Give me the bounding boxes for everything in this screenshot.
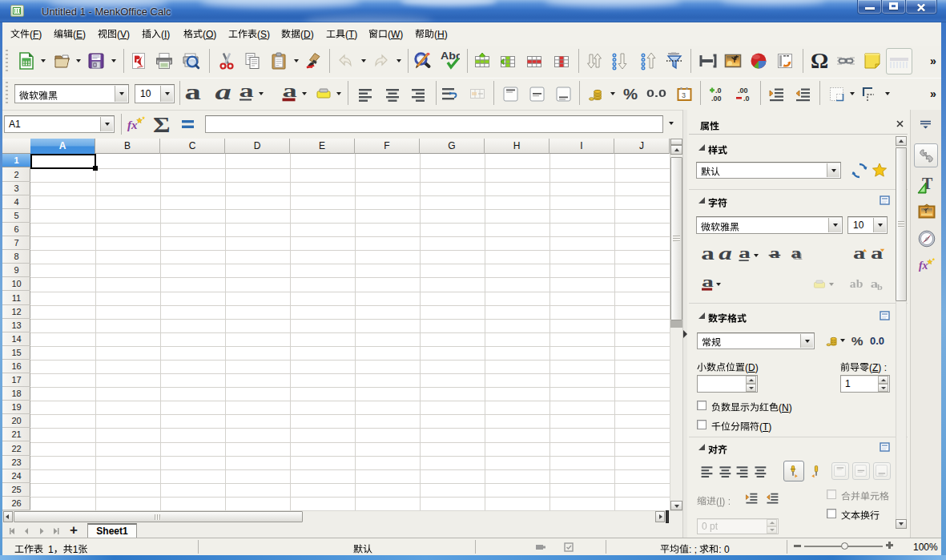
svg-text:a: a <box>240 85 254 101</box>
svg-text:a: a <box>791 248 801 261</box>
svg-text:%: % <box>623 86 638 103</box>
svg-text:1: 1 <box>48 544 54 555</box>
svg-text:.00: .00 <box>711 95 722 103</box>
svg-text:a: a <box>719 248 732 263</box>
svg-text:.00: .00 <box>738 87 748 95</box>
svg-text:%: % <box>851 333 863 347</box>
svg-text:a: a <box>739 248 751 261</box>
svg-text:Ω: Ω <box>811 51 828 71</box>
svg-text:.0: .0 <box>743 95 750 103</box>
svg-text:3: 3 <box>682 91 686 99</box>
svg-text:Σ: Σ <box>153 115 170 135</box>
svg-text:a: a <box>185 85 201 103</box>
svg-text:a: a <box>215 85 231 103</box>
svg-text:a: a <box>701 248 715 263</box>
svg-text:b: b <box>877 283 883 292</box>
svg-text:fx: fx <box>127 119 138 131</box>
svg-text:a: a <box>702 277 714 290</box>
svg-text:1: 1 <box>73 544 78 555</box>
svg-text:.0: .0 <box>715 87 722 95</box>
svg-text:ab: ab <box>850 277 863 290</box>
svg-text:a: a <box>853 247 865 263</box>
svg-text:fx: fx <box>919 260 928 272</box>
